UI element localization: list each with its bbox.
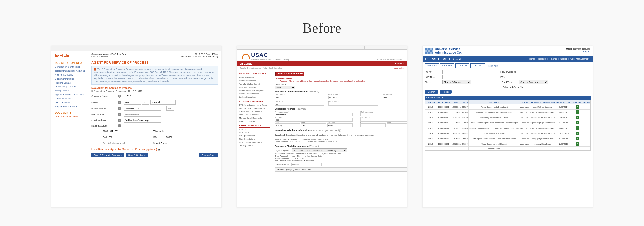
save-continue-button[interactable]: Save & Continue bbox=[126, 153, 148, 157]
side-link[interactable]: Change Password bbox=[239, 120, 270, 123]
input-addr3[interactable] bbox=[102, 141, 142, 145]
action-cell[interactable] bbox=[583, 115, 590, 120]
input-company[interactable] bbox=[124, 94, 161, 98]
side-link-active[interactable]: Agent for Service of Process bbox=[55, 93, 89, 97]
v-ieh[interactable]: ● Yes ○ No bbox=[307, 153, 317, 155]
side-link[interactable]: Transfer Lifeline Benefit bbox=[239, 82, 270, 86]
sel-status[interactable]: Choose A Status bbox=[442, 80, 471, 84]
bqp-accordion[interactable]: ▸ Benefit Qualifying Person (Optional) bbox=[275, 167, 407, 172]
side-link[interactable]: Reports bbox=[239, 128, 270, 131]
input-country[interactable] bbox=[152, 141, 177, 145]
tab-463[interactable]: Form 463 bbox=[486, 64, 500, 68]
col-header[interactable]: Submitted Date bbox=[556, 100, 572, 104]
input-fax[interactable] bbox=[124, 112, 161, 117]
excel-icon[interactable]: X bbox=[576, 126, 579, 130]
i-mailaddr[interactable] bbox=[360, 113, 407, 116]
side-link[interactable]: Manage Email Recipients bbox=[239, 116, 270, 120]
i-city[interactable] bbox=[275, 123, 300, 127]
download-cell[interactable]: X bbox=[572, 131, 583, 136]
side-link[interactable]: Contribution Identification bbox=[55, 65, 89, 69]
download-cell[interactable]: X bbox=[572, 110, 583, 115]
input-addr1[interactable] bbox=[102, 129, 142, 133]
download-cell[interactable]: X bbox=[572, 104, 583, 110]
side-link[interactable]: ETC Administrator Home Page bbox=[239, 103, 270, 107]
side-link[interactable]: Manage NLAD Subaccounts bbox=[239, 107, 270, 110]
excel-icon[interactable]: X bbox=[576, 105, 579, 109]
i-dob[interactable] bbox=[328, 96, 378, 99]
input-addr2[interactable] bbox=[102, 135, 142, 139]
side-link[interactable]: API Specifications bbox=[239, 134, 270, 137]
i-etc[interactable] bbox=[291, 163, 322, 166]
side-link[interactable]: Upload Subscriber File bbox=[239, 92, 270, 95]
side-link[interactable]: Company Officers bbox=[55, 97, 89, 101]
i-submitted[interactable] bbox=[528, 85, 548, 89]
i-mcity[interactable] bbox=[360, 123, 386, 127]
v-yn[interactable]: ● Yes ○ No bbox=[290, 155, 300, 157]
excel-icon[interactable]: X bbox=[576, 116, 579, 119]
save-return-button[interactable]: Save & Return to Summary bbox=[91, 153, 124, 157]
i-hcpname[interactable] bbox=[442, 75, 470, 79]
action-cell[interactable] bbox=[583, 125, 590, 131]
side-link[interactable]: Lookup Subscriber bbox=[239, 95, 270, 99]
v-tribal[interactable]: ● Yes ○ No bbox=[328, 141, 337, 143]
help-icon[interactable]: ? bbox=[118, 113, 121, 116]
reset-button[interactable]: Reset bbox=[440, 90, 452, 94]
nav-item[interactable]: Telecom bbox=[537, 58, 548, 60]
sel-fund[interactable]: Choose Fund Year bbox=[519, 80, 548, 84]
side-link[interactable]: User Guide bbox=[239, 131, 270, 134]
save-close-button[interactable]: Save & Close bbox=[199, 153, 218, 157]
sac-select[interactable]: 29928 bbox=[275, 86, 295, 89]
col-header[interactable]: FRN bbox=[451, 100, 461, 104]
side-link[interactable]: Future Filing Contact bbox=[55, 85, 89, 89]
input-state[interactable] bbox=[152, 135, 162, 139]
side-link[interactable]: Customer Inquiries bbox=[55, 77, 89, 81]
i-mstate[interactable] bbox=[387, 123, 407, 127]
help-icon[interactable]: ? bbox=[118, 107, 121, 110]
help-icon[interactable]: ? bbox=[118, 119, 121, 122]
input-last[interactable] bbox=[150, 100, 176, 105]
download-cell[interactable] bbox=[572, 147, 583, 150]
side-link[interactable]: Update Subscriber bbox=[239, 79, 270, 82]
download-cell[interactable]: X bbox=[572, 120, 583, 125]
logout-link[interactable]: Logout bbox=[583, 50, 590, 53]
v-yn[interactable]: ● Yes ○ No bbox=[295, 157, 304, 159]
download-cell[interactable]: X bbox=[572, 125, 583, 131]
side-link-docs[interactable]: Form 499-A Instructions bbox=[55, 115, 89, 119]
col-header[interactable]: Status bbox=[520, 100, 530, 104]
nav-item[interactable]: User Management bbox=[569, 58, 590, 60]
input-first[interactable] bbox=[124, 100, 141, 105]
side-link[interactable]: Telecommunications Activities bbox=[55, 69, 89, 73]
i-primaddr[interactable] bbox=[275, 113, 353, 116]
input-phone-ext[interactable] bbox=[166, 106, 174, 111]
page-options[interactable]: page options bbox=[394, 67, 404, 69]
tab-460[interactable]: Form 460 bbox=[440, 63, 454, 68]
excel-icon[interactable]: X bbox=[576, 121, 579, 124]
col-header[interactable]: HCP Name bbox=[468, 100, 520, 104]
i-first[interactable] bbox=[275, 102, 324, 106]
side-link[interactable]: Filer Jurisdiction bbox=[55, 101, 89, 105]
i-ssn[interactable] bbox=[382, 96, 407, 99]
i-mailapt[interactable] bbox=[360, 118, 407, 122]
side-link[interactable]: Field Descriptions bbox=[239, 137, 270, 141]
i-state[interactable] bbox=[301, 123, 326, 127]
download-cell[interactable]: X bbox=[572, 115, 583, 120]
tab-461[interactable]: Form 461 bbox=[455, 63, 470, 68]
download-cell[interactable]: X bbox=[572, 141, 583, 147]
col-header[interactable]: Action bbox=[583, 100, 590, 104]
logout-link[interactable]: LOG OUT bbox=[395, 63, 404, 65]
input-mi[interactable] bbox=[142, 100, 149, 105]
col-header[interactable]: Fund Year bbox=[425, 100, 436, 104]
nav-item[interactable]: Finance bbox=[548, 58, 559, 60]
input-email[interactable] bbox=[124, 118, 161, 123]
i-frn[interactable] bbox=[518, 75, 546, 79]
action-cell[interactable] bbox=[583, 120, 590, 125]
col-header[interactable]: Download bbox=[572, 100, 583, 104]
v-yn[interactable]: ● Yes ○ No bbox=[304, 159, 314, 162]
col-header[interactable]: RHC Invoice # bbox=[436, 100, 451, 104]
side-link[interactable]: De-Enroll Subscriber bbox=[239, 86, 270, 89]
side-link[interactable]: Create NLAD Subaccount bbox=[239, 110, 270, 113]
action-cell[interactable] bbox=[583, 147, 590, 150]
i-apt[interactable] bbox=[275, 118, 353, 122]
help-icon[interactable]: ? bbox=[118, 95, 121, 98]
side-link[interactable]: Prepare Contact bbox=[55, 81, 89, 85]
